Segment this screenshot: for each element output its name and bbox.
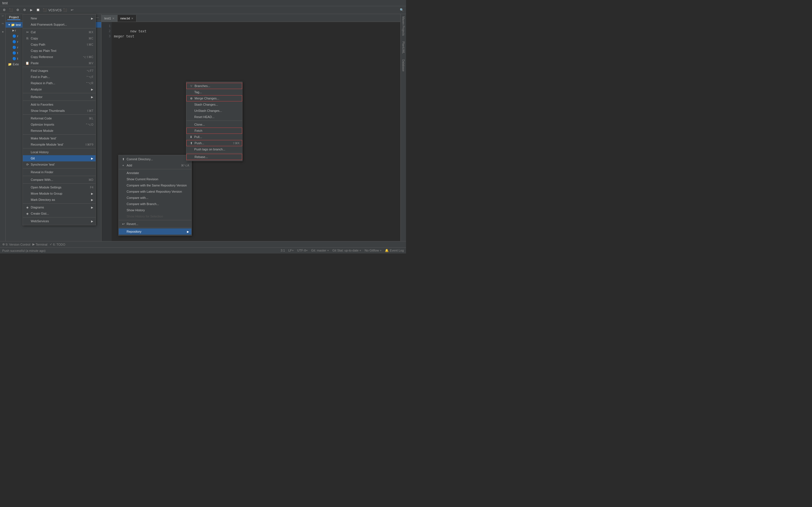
menu-add-framework[interactable]: Add Framework Support... [23,21,96,27]
tab-project[interactable]: Project [7,15,20,20]
repo-push[interactable]: ⬆ Push... ⇧⌘K [186,140,242,146]
menu-remove-module[interactable]: Remove Module [23,128,96,134]
menu-copy-plain-text[interactable]: Copy as Plain Text [23,48,96,54]
menu-git[interactable]: Git ▶ [23,155,96,161]
menu-new[interactable]: New ▶ [23,15,96,21]
sep-10 [23,183,96,184]
menu-cut[interactable]: ✂ Cut ⌘X [23,29,96,35]
repo-branches[interactable]: ⑂ Branches... [186,83,242,89]
sidebar-favorites-icon[interactable]: ★ [1,31,4,33]
charset-indicator[interactable]: UTF-8+ [297,249,308,252]
menu-paste[interactable]: 📋 Paste ⌘V [23,60,96,66]
toolbar-btn-7[interactable]: ⬛ [42,7,48,13]
event-log[interactable]: 🔔 Event Log [385,249,404,252]
menu-optimize-imports[interactable]: Optimize Imports ⌃⌥O [23,121,96,128]
repo-unstash-changes[interactable]: UnStash Changes... [186,108,242,114]
gitstat-indicator[interactable]: Git Stat: up-to-date + [333,249,361,252]
menu-create-gist[interactable]: ◈ Create Gist... [23,210,96,217]
toolbar-btn-2[interactable]: ⬛ [8,7,14,13]
toolbar-btn-3[interactable]: ⚙ [15,7,21,13]
sidebar-project-icon[interactable]: 1 [1,15,4,17]
tab-new-txt[interactable]: new.txt ✕ [117,15,137,22]
menu-move-module[interactable]: Move Module to Group ▶ [23,190,96,196]
git-annotate[interactable]: Annotate [119,170,192,176]
toolbar-undo[interactable]: ↩ [69,7,75,13]
git-show-history-selection[interactable]: Show History for Selection [119,213,192,219]
gitflow-indicator[interactable]: No Gitflow + [364,249,382,252]
repo-fetch[interactable]: Fetch [186,128,242,134]
repo-push-tags[interactable]: Push tags on branch... [186,146,242,152]
menu-make-module[interactable]: Make Module 'test' [23,135,96,142]
sidebar-maven-label[interactable]: Maven Projects [402,16,405,36]
git-show-history[interactable]: Show History [119,207,192,213]
toolbar-btn-6[interactable]: 🔲 [35,7,41,13]
tab-test1[interactable]: test1 ✕ [101,15,117,22]
toolbar-btn-5[interactable]: ▶ [28,7,35,13]
repo-reset-head[interactable]: Reset HEAD... [186,114,242,120]
cut-icon: ✂ [25,31,30,34]
tab-todo[interactable]: ✓ 6: TODO [50,242,65,246]
encoding-indicator[interactable]: LF+ [289,249,294,252]
git-compare-branch[interactable]: Compare with Branch... [119,201,192,207]
main-context-menu: New ▶ Add Framework Support... ✂ Cut ⌘X … [22,14,96,225]
tab-new-txt-close[interactable]: ✕ [131,17,133,20]
menu-reveal-finder[interactable]: Reveal in Finder [23,169,96,175]
git-sep-3 [119,228,192,228]
menu-compare-with[interactable]: Compare With... ⌘D [23,177,96,183]
git-repository[interactable]: Repository ▶ [119,228,192,235]
toolbar-btn-10[interactable]: ⬛ [62,7,68,13]
sidebar-structure-icon[interactable]: 2 [1,23,4,24]
repo-rebase[interactable]: Rebase... [186,154,242,160]
git-compare-latest[interactable]: Compare with Latest Repository Version [119,188,192,194]
menu-copy[interactable]: ⎘ Copy ⌘C [23,35,96,41]
menu-webservices[interactable]: WebServices ▶ [23,218,96,224]
menu-find-in-path[interactable]: Find in Path... ⌃⌥F [23,74,96,80]
toolbar-btn-9[interactable]: VCS [55,7,61,13]
sep-7 [23,148,96,149]
toolbar: ⚙ ⬛ ⚙ ⚙ ▶ 🔲 ⬛ VCS VCS ⬛ ↩ 🔍 [0,6,406,14]
menu-diagrams[interactable]: ◈ Diagrams ▶ [23,204,96,210]
status-right: 3:1 LF+ UTF-8+ Git: master + Git Stat: u… [281,249,404,252]
menu-refactor[interactable]: Refactor ▶ [23,94,96,100]
git-add[interactable]: + Add ⌘⌥A [119,162,192,168]
menu-open-module[interactable]: Open Module Settings F4 [23,184,96,190]
menu-copy-reference[interactable]: Copy Reference ⌥⇧⌘C [23,54,96,60]
menu-replace-in-path[interactable]: Replace in Path... ⌃⌥R [23,80,96,86]
folder-icon: 📁 [11,23,15,27]
menu-recompile-module[interactable]: Recompile Module 'test' ⇧⌘F9 [23,142,96,148]
menu-analyze[interactable]: Analyze ▶ [23,86,96,93]
new-arrow: ▶ [91,17,93,20]
repo-clone[interactable]: Clone... [186,121,242,128]
menu-synchronize[interactable]: ⟳ Synchronize 'test' [23,161,96,168]
git-revert[interactable]: ↩ Revert... [119,221,192,227]
tab-version-control[interactable]: ⊕ 9: Version Control [2,242,30,246]
git-compare-same[interactable]: Compare with the Same Repository Version [119,182,192,188]
menu-add-favorites[interactable]: Add to Favorites [23,101,96,108]
sep-9 [23,176,96,176]
toolbar-btn-8[interactable]: VCS [49,7,55,13]
status-bar: Push successful (a minute ago) 3:1 LF+ U… [0,247,406,253]
menu-copy-path[interactable]: Copy Path ⇧⌘C [23,41,96,48]
branch-indicator[interactable]: Git: master + [311,249,329,252]
git-commit-directory[interactable]: ⬆ Commit Directory... [119,156,192,162]
repo-merge-changes[interactable]: ⊕ Merge Changes... [186,95,242,101]
git-show-current-revision[interactable]: Show Current Revision [119,176,192,182]
menu-mark-directory[interactable]: Mark Directory as ▶ [23,196,96,203]
tab-terminal[interactable]: ▶ Terminal [33,242,47,246]
toolbar-btn-1[interactable]: ⚙ [1,7,7,13]
sidebar-plantuml-label[interactable]: PlantUML [402,41,405,54]
menu-find-usages[interactable]: Find Usages ⌥F7 [23,68,96,74]
menu-local-history[interactable]: Local History [23,149,96,155]
repo-pull[interactable]: ⬇ Pull... [186,134,242,140]
git-sep-2 [119,220,192,220]
menu-show-thumbnails[interactable]: Show Image Thumbnails ⇧⌘T [23,108,96,114]
toolbar-search[interactable]: 🔍 [399,7,405,13]
git-compare-with[interactable]: Compare with... [119,194,192,201]
sidebar-database-label[interactable]: Database [402,59,405,71]
position-indicator[interactable]: 3:1 [281,249,285,252]
menu-reformat[interactable]: Reformat Code ⌘L [23,115,96,121]
toolbar-btn-4[interactable]: ⚙ [21,7,28,13]
tab-test1-close[interactable]: ✕ [112,17,114,20]
repo-stash-changes[interactable]: Stash Changes... [186,101,242,108]
repo-tag[interactable]: Tag... [186,89,242,95]
